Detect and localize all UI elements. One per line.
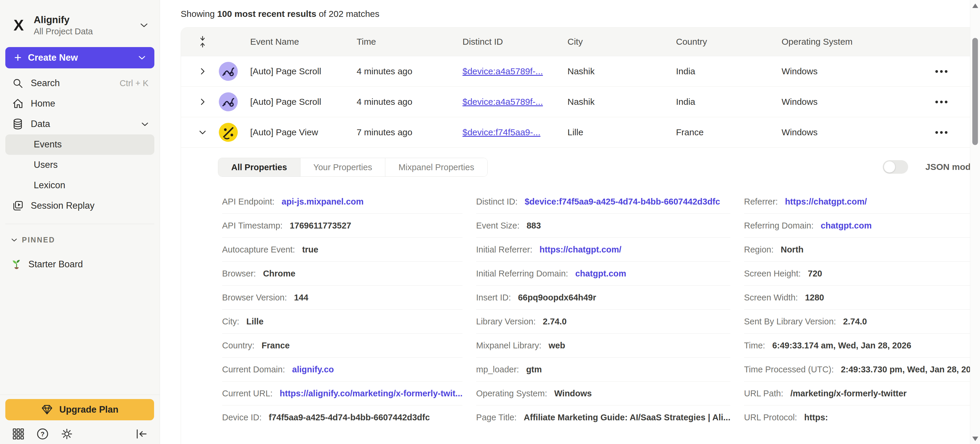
property-row[interactable]: Event Size:883 [476, 214, 730, 238]
property-value-link[interactable]: api-js.mixpanel.com [282, 197, 363, 207]
property-value: 1280 [805, 293, 824, 302]
collapse-sidebar-icon[interactable] [134, 427, 148, 441]
property-label: Referrer: [744, 197, 778, 207]
property-row[interactable]: Sent By Library Version:2.74.0 [744, 310, 980, 334]
cell-os: Windows [775, 127, 881, 137]
sidebar-item-session-replay[interactable]: Session Replay [5, 196, 154, 216]
pinned-section-header[interactable]: PINNED [5, 231, 154, 249]
column-header-country[interactable]: Country [669, 37, 775, 47]
property-row[interactable]: API Timestamp:1769611773527 [222, 214, 463, 238]
help-icon[interactable]: ? [35, 427, 50, 441]
column-header-city[interactable]: City [560, 37, 669, 47]
property-row[interactable]: Current Domain:alignify.co [222, 358, 463, 382]
property-row[interactable]: Initial Referring Domain:chatgpt.com [476, 262, 730, 286]
property-value-link[interactable]: alignify.co [292, 365, 334, 374]
create-new-button[interactable]: + Create New [5, 47, 154, 69]
column-header-event-name[interactable]: Event Name [243, 37, 350, 47]
property-row[interactable]: Referrer:https://chatgpt.com/ [744, 190, 980, 214]
property-value: 6:49:33.174 am, Wed, Jan 28, 2026 [772, 341, 911, 350]
property-row[interactable]: Distinct ID:$device:f74f5aa9-a425-4d74-b… [476, 190, 730, 214]
workspace-switcher[interactable]: X Alignify All Project Data [0, 0, 160, 37]
scrollbar-up-arrow-icon[interactable] [972, 3, 978, 8]
property-value-link[interactable]: https://chatgpt.com/ [539, 245, 621, 255]
distinct-id-link[interactable]: $device:f74f5aa9-... [463, 127, 541, 137]
property-row[interactable]: Screen Width:1280 [744, 286, 980, 310]
property-row[interactable]: URL Path:/marketing/x-formerly-twitter [744, 382, 980, 406]
property-row[interactable]: Library Version:2.74.0 [476, 310, 730, 334]
column-header-distinct-id[interactable]: Distinct ID [455, 37, 560, 47]
property-row[interactable]: API Endpoint:api-js.mixpanel.com [222, 190, 463, 214]
upgrade-plan-label: Upgrade Plan [59, 404, 119, 415]
collapse-all-rows-icon[interactable] [192, 35, 213, 48]
table-row[interactable]: [Auto] Page Scroll 4 minutes ago $device… [181, 86, 980, 117]
page-view-event-icon [219, 123, 238, 142]
chevron-down-icon [142, 122, 148, 126]
property-label: Screen Height: [744, 269, 801, 278]
property-row[interactable]: Device ID:f74f5aa9-a425-4d74-b4bb-660744… [222, 406, 463, 430]
page-scrollbar[interactable] [970, 0, 980, 444]
sidebar-item-events[interactable]: Events [5, 134, 154, 155]
property-value-link[interactable]: https://alignify.co/marketing/x-formerly… [280, 389, 463, 398]
expand-row-chevron-icon[interactable] [192, 98, 213, 106]
property-label: Operating System: [476, 389, 547, 398]
property-label: URL Protocol: [744, 413, 797, 422]
property-row[interactable]: City:Lille [222, 310, 463, 334]
distinct-id-link[interactable]: $device:a4a5789f-... [463, 66, 543, 76]
property-label: Time: [744, 341, 765, 350]
collapse-row-chevron-icon[interactable] [192, 130, 213, 135]
property-row[interactable]: Autocapture Event:true [222, 238, 463, 262]
property-row[interactable]: Browser:Chrome [222, 262, 463, 286]
sidebar-item-search[interactable]: Search Ctrl + K [5, 73, 154, 94]
scrollbar-down-arrow-icon[interactable] [972, 437, 978, 441]
property-value: 144 [294, 293, 308, 302]
table-row[interactable]: [Auto] Page Scroll 4 minutes ago $device… [181, 56, 980, 86]
property-label: API Endpoint: [222, 197, 274, 207]
property-row[interactable]: Country:France [222, 334, 463, 358]
property-value-link[interactable]: chatgpt.com [821, 221, 872, 231]
property-value: 1769611773527 [290, 221, 351, 231]
property-row[interactable]: Initial Referrer:https://chatgpt.com/ [476, 238, 730, 262]
upgrade-plan-button[interactable]: Upgrade Plan [5, 399, 154, 420]
property-value: 883 [527, 221, 541, 231]
property-row[interactable]: Mixpanel Library:web [476, 334, 730, 358]
settings-gear-icon[interactable] [60, 427, 74, 441]
tab-mixpanel-properties[interactable]: Mixpanel Properties [385, 158, 487, 176]
property-row[interactable]: Referring Domain:chatgpt.com [744, 214, 980, 238]
sidebar-spacer [0, 275, 160, 394]
property-row[interactable]: mp_loader:gtm [476, 358, 730, 382]
sidebar-item-label: Session Replay [31, 200, 94, 211]
json-mode-toggle[interactable] [883, 160, 908, 174]
sidebar-item-lexicon[interactable]: Lexicon [5, 175, 154, 196]
sidebar-item-starter-board[interactable]: Starter Board [5, 254, 154, 275]
gem-icon [41, 404, 53, 415]
property-row[interactable]: Current URL:https://alignify.co/marketin… [222, 382, 463, 406]
sidebar-item-home[interactable]: Home [5, 94, 154, 114]
sidebar-item-data[interactable]: Data [5, 114, 154, 134]
property-row[interactable]: Time Processed (UTC):2:49:33.730 pm, Wed… [744, 358, 980, 382]
tab-all-properties[interactable]: All Properties [218, 158, 300, 176]
sidebar-item-users[interactable]: Users [5, 155, 154, 175]
sidebar-item-label: Events [34, 139, 62, 150]
property-label: URL Path: [744, 389, 783, 398]
property-row[interactable]: Operating System:Windows [476, 382, 730, 406]
property-row[interactable]: Screen Height:720 [744, 262, 980, 286]
property-row[interactable]: Region:North [744, 238, 980, 262]
property-row[interactable]: Time:6:49:33.174 am, Wed, Jan 28, 2026 [744, 334, 980, 358]
property-row[interactable]: Page Title:Affiliate Marketing Guide: AI… [476, 406, 730, 430]
property-value-link[interactable]: chatgpt.com [575, 269, 626, 278]
table-row-expanded[interactable]: [Auto] Page View 7 minutes ago $device:f… [181, 117, 980, 147]
property-value-link[interactable]: $device:f74f5aa9-a425-4d74-b4bb-6607442d… [525, 197, 720, 207]
property-value-link[interactable]: https://chatgpt.com/ [785, 197, 867, 207]
cell-city: Lille [560, 127, 669, 137]
property-row[interactable]: Browser Version:144 [222, 286, 463, 310]
property-row[interactable]: Insert ID:66pq9oopdx64h49r [476, 286, 730, 310]
scrollbar-thumb[interactable] [972, 38, 978, 145]
column-header-os[interactable]: Operating System [775, 37, 881, 47]
apps-grid-icon[interactable] [11, 427, 25, 441]
cell-event-name: [Auto] Page View [243, 127, 350, 137]
column-header-time[interactable]: Time [350, 37, 455, 47]
distinct-id-link[interactable]: $device:a4a5789f-... [463, 97, 543, 107]
property-row[interactable]: URL Protocol:https: [744, 406, 980, 430]
expand-row-chevron-icon[interactable] [192, 67, 213, 75]
tab-your-properties[interactable]: Your Properties [300, 158, 385, 176]
